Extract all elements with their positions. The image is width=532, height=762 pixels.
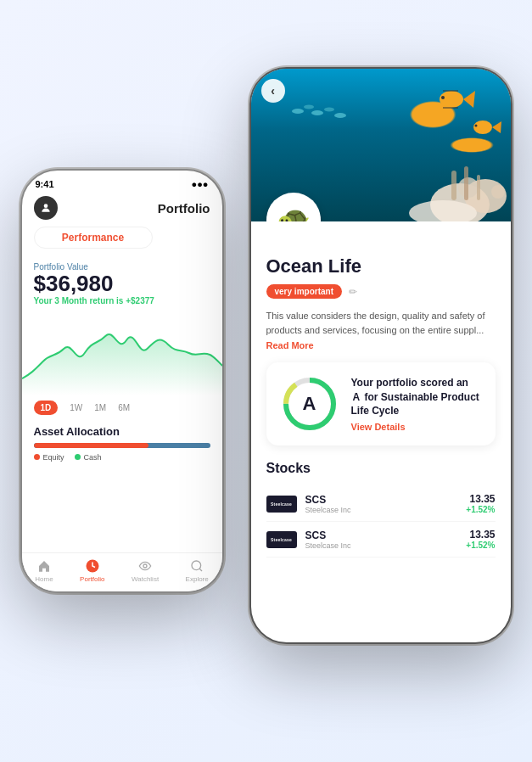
- table-row[interactable]: Steelcase SCS Steelcase Inc 13.35 +1.52%: [266, 522, 496, 557]
- svg-marker-10: [492, 121, 501, 133]
- avatar: [34, 196, 58, 220]
- page-title: Portfolio: [158, 201, 210, 216]
- svg-point-16: [491, 185, 505, 199]
- nav-home[interactable]: Home: [35, 558, 53, 583]
- score-description: Your portfolio scored an A for Sustainab…: [351, 376, 482, 418]
- svg-point-11: [474, 125, 477, 127]
- stock-info-2: SCS Steelcase Inc: [305, 529, 351, 550]
- allocation-bar-fill: [34, 443, 148, 448]
- bottom-nav: Home Portfolio Watchlist Explore: [22, 552, 222, 591]
- nav-explore-label: Explore: [186, 575, 209, 583]
- explore-icon: [189, 558, 204, 574]
- portfolio-icon: [85, 558, 100, 574]
- allocation-bar: [34, 443, 210, 448]
- nav-explore[interactable]: Explore: [186, 558, 209, 583]
- svg-rect-17: [451, 171, 456, 200]
- equity-label: Equity: [43, 453, 64, 462]
- score-card: A Your portfolio scored an A for Sustain…: [266, 362, 496, 445]
- time-filters: 1D 1W 1M 6M: [22, 395, 222, 420]
- description-text: This value considers the design, quality…: [266, 309, 496, 337]
- status-bar: 9:41 ●●●: [22, 171, 222, 193]
- read-more-link[interactable]: Read More: [266, 340, 496, 350]
- portfolio-chart: [22, 311, 222, 395]
- time-display: 9:41: [36, 179, 54, 189]
- stocks-section: Stocks Steelcase SCS Steelcase Inc 13.35: [266, 461, 496, 557]
- svg-point-9: [473, 120, 492, 134]
- legend-equity: Equity: [34, 453, 64, 462]
- svg-point-22: [311, 110, 323, 115]
- left-header: Portfolio: [22, 193, 222, 227]
- nav-portfolio-label: Portfolio: [80, 575, 104, 583]
- stock-change-1: +1.52%: [466, 505, 495, 514]
- portfolio-amount: $36,980: [34, 272, 210, 296]
- hero-section: ‹ 🐢: [251, 69, 511, 221]
- stock-name-2: Steelcase Inc: [305, 541, 351, 550]
- asset-allocation-title: Asset Allocation: [34, 425, 210, 438]
- score-letter: A: [303, 393, 316, 415]
- stock-logo-1: Steelcase: [266, 496, 297, 513]
- stock-name-1: Steelcase Inc: [305, 506, 351, 514]
- svg-point-20: [292, 109, 304, 114]
- portfolio-value-section: Portfolio Value $36,980 Your 3 Month ret…: [22, 257, 222, 311]
- phones-container: 9:41 ●●● Portfolio Performance Portfolio…: [20, 33, 512, 729]
- equity-dot: [34, 454, 40, 460]
- view-details-link[interactable]: View Details: [351, 422, 482, 432]
- stock-right-1: 13.35 +1.52%: [466, 493, 495, 514]
- back-button[interactable]: ‹: [261, 79, 285, 103]
- svg-point-24: [334, 113, 346, 118]
- nav-watchlist-label: Watchlist: [132, 575, 159, 583]
- legend: Equity Cash: [34, 453, 210, 462]
- cash-label: Cash: [84, 453, 102, 462]
- filter-1m[interactable]: 1M: [94, 403, 106, 412]
- left-phone: 9:41 ●●● Portfolio Performance Portfolio…: [20, 169, 224, 593]
- svg-marker-5: [463, 91, 475, 108]
- edit-icon[interactable]: ✏: [349, 286, 357, 298]
- stock-ticker-1: SCS: [305, 494, 351, 506]
- svg-rect-19: [477, 175, 480, 200]
- svg-point-0: [43, 204, 48, 208]
- cash-dot: [75, 454, 81, 460]
- right-content: Ocean Life very important ✏ This value c…: [251, 221, 511, 557]
- nav-home-label: Home: [35, 575, 53, 583]
- svg-point-2: [143, 564, 147, 568]
- stock-change-2: +1.52%: [466, 541, 495, 550]
- ocean-title: Ocean Life: [266, 255, 496, 277]
- status-icons: ●●●: [192, 179, 209, 189]
- score-text: Your portfolio scored an A for Sustainab…: [351, 376, 482, 432]
- stock-ticker-2: SCS: [305, 529, 351, 541]
- importance-tag[interactable]: very important: [266, 284, 342, 299]
- stock-right-2: 13.35 +1.52%: [466, 529, 495, 550]
- watchlist-icon: [137, 558, 153, 574]
- table-row[interactable]: Steelcase SCS Steelcase Inc 13.35 +1.52%: [266, 486, 496, 522]
- filter-6m[interactable]: 6M: [118, 403, 130, 412]
- svg-point-23: [324, 108, 334, 112]
- svg-point-21: [304, 105, 314, 109]
- portfolio-return: Your 3 Month return is +$2377: [34, 296, 210, 305]
- score-donut: A: [280, 374, 339, 434]
- legend-cash: Cash: [75, 453, 102, 462]
- stock-logo-2: Steelcase: [266, 531, 297, 548]
- performance-button[interactable]: Performance: [34, 227, 153, 249]
- right-phone: ‹ 🐢 Ocean Life very important ✏ This val…: [249, 67, 512, 644]
- stock-left-1: Steelcase SCS Steelcase Inc: [266, 494, 351, 514]
- stocks-title: Stocks: [266, 461, 496, 476]
- asset-allocation-section: Asset Allocation Equity Cash: [22, 420, 222, 467]
- home-icon: [36, 558, 52, 574]
- stock-price-2: 13.35: [466, 529, 495, 541]
- filter-1d[interactable]: 1D: [34, 401, 59, 415]
- svg-rect-18: [464, 166, 468, 200]
- return-value: +$2377: [126, 296, 154, 305]
- svg-point-3: [192, 561, 201, 570]
- filter-1w[interactable]: 1W: [70, 403, 82, 412]
- nav-watchlist[interactable]: Watchlist: [132, 558, 159, 583]
- stock-price-1: 13.35: [466, 493, 495, 505]
- svg-point-6: [441, 96, 445, 99]
- stock-info-1: SCS Steelcase Inc: [305, 494, 351, 514]
- nav-portfolio[interactable]: Portfolio: [80, 558, 104, 583]
- tag-row: very important ✏: [266, 284, 496, 299]
- stock-left-2: Steelcase SCS Steelcase Inc: [266, 529, 351, 550]
- svg-point-4: [440, 91, 463, 108]
